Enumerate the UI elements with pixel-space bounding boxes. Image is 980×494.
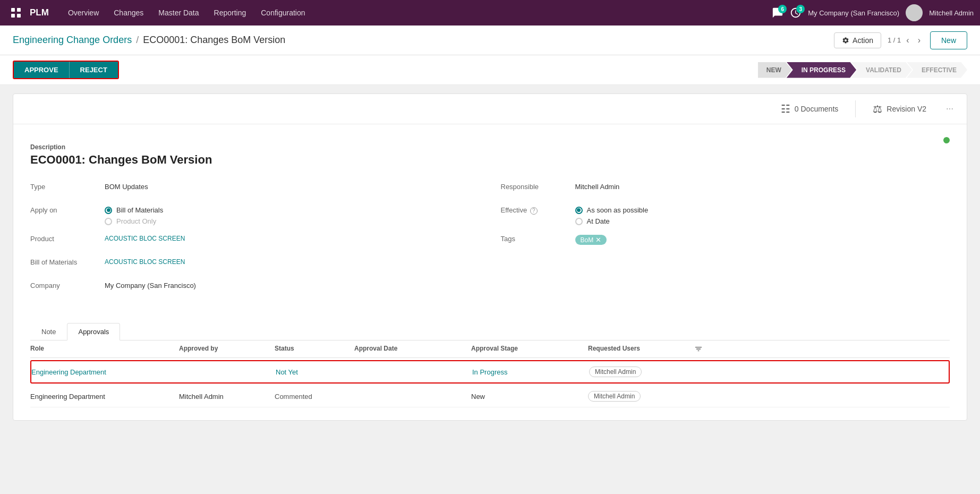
- table-row: Engineering Department Mitchell Admin Co…: [30, 386, 950, 407]
- responsible-label: Responsible: [501, 180, 575, 191]
- effective-row: Effective ? As soon as possible: [501, 203, 950, 225]
- radio-asap[interactable]: As soon as possible: [575, 206, 950, 214]
- stage-effective[interactable]: EFFECTIVE: [907, 62, 967, 78]
- company-label: Company: [30, 278, 105, 289]
- company-row: Company My Company (San Francisco): [30, 278, 480, 295]
- stage-in-progress[interactable]: IN PROGRESS: [787, 62, 856, 78]
- reject-button[interactable]: REJECT: [70, 62, 118, 78]
- approvals-table: Role Approved by Status Approval Date Ap…: [30, 340, 950, 407]
- radio-at-date-indicator: [575, 218, 583, 225]
- tag-remove-button[interactable]: ✕: [595, 236, 601, 244]
- activities-icon[interactable]: 3: [790, 7, 802, 19]
- col-approved-by: Approved by: [179, 345, 275, 353]
- user-name[interactable]: Mitchell Admin: [929, 9, 974, 17]
- svg-point-5: [909, 15, 919, 21]
- col-approval-date: Approval Date: [354, 345, 471, 353]
- tab-approvals[interactable]: Approvals: [67, 323, 120, 340]
- top-nav: PLM Overview Changes Master Data Reporti…: [0, 0, 980, 25]
- breadcrumb-separator: /: [136, 35, 139, 46]
- form-body: Description ECO0001: Changes BoM Version…: [13, 124, 967, 314]
- nav-configuration[interactable]: Configuration: [254, 5, 311, 20]
- radio-asap-indicator: [575, 207, 583, 214]
- tab-note[interactable]: Note: [30, 323, 67, 340]
- new-button[interactable]: New: [930, 31, 967, 49]
- approve-button[interactable]: APPROVE: [14, 62, 70, 78]
- type-value: BOM Updates: [105, 180, 480, 191]
- responsible-value: Mitchell Admin: [575, 180, 950, 191]
- effective-label: Effective ?: [501, 203, 575, 215]
- stage-validated[interactable]: VALIDATED: [851, 62, 912, 78]
- tags-row: Tags BoM ✕: [501, 232, 950, 249]
- card-top-bar: ☷ 0 Documents ⚖ Revision V2 ⋯: [13, 94, 967, 124]
- product-row: Product ACOUSTIC BLOC SCREEN: [30, 232, 480, 249]
- col-requested-users: Requested Users: [588, 345, 694, 353]
- user-avatar[interactable]: [906, 4, 923, 21]
- messages-icon[interactable]: 6: [772, 7, 783, 19]
- action-button[interactable]: Action: [834, 32, 881, 48]
- next-record-button[interactable]: ›: [915, 33, 924, 47]
- tags-value: BoM ✕: [575, 232, 950, 245]
- company-value: My Company (San Francisco): [105, 278, 480, 289]
- document-icon: ☷: [781, 103, 790, 115]
- bom-value[interactable]: ACOUSTIC BLOC SCREEN: [105, 255, 480, 266]
- documents-item[interactable]: ☷ 0 Documents: [781, 103, 838, 115]
- nav-changes[interactable]: Changes: [107, 5, 150, 20]
- row1-status: Not Yet: [276, 368, 355, 376]
- bom-tag: BoM ✕: [575, 235, 607, 245]
- row2-status: Commented: [275, 393, 354, 401]
- type-label: Type: [30, 180, 105, 191]
- effective-help-icon[interactable]: ?: [530, 207, 538, 215]
- bom-row: Bill of Materials ACOUSTIC BLOC SCREEN: [30, 255, 480, 272]
- svg-point-4: [911, 7, 917, 14]
- stage-new[interactable]: NEW: [758, 62, 792, 78]
- col-settings-icon[interactable]: [694, 345, 715, 353]
- nav-reporting[interactable]: Reporting: [208, 5, 253, 20]
- radio-product-only[interactable]: Product Only: [105, 217, 480, 225]
- status-indicator: [943, 137, 950, 143]
- revision-item[interactable]: ⚖ Revision V2: [873, 103, 926, 115]
- form-right-col: Responsible Mitchell Admin Effective ?: [501, 180, 950, 302]
- main-card: ☷ 0 Documents ⚖ Revision V2 ⋯ Descriptio…: [13, 93, 967, 421]
- record-navigation: 1 / 1 ‹ ›: [888, 33, 924, 47]
- product-value[interactable]: ACOUSTIC BLOC SCREEN: [105, 232, 480, 242]
- row2-role: Engineering Department: [30, 393, 179, 401]
- company-name[interactable]: My Company (San Francisco): [808, 9, 899, 17]
- breadcrumb: Engineering Change Orders / ECO0001: Cha…: [13, 35, 285, 46]
- product-label: Product: [30, 232, 105, 243]
- top-nav-links: Overview Changes Master Data Reporting C…: [62, 5, 772, 20]
- bar-separator: [855, 100, 856, 117]
- breadcrumb-current: ECO0001: Changes BoM Version: [143, 35, 285, 46]
- apps-menu-button[interactable]: [6, 3, 25, 22]
- apply-on-value: Bill of Materials Product Only: [105, 203, 480, 225]
- responsible-row: Responsible Mitchell Admin: [501, 180, 950, 197]
- radio-asap-label: As soon as possible: [587, 206, 649, 214]
- app-brand: PLM: [30, 7, 49, 18]
- tags-label: Tags: [501, 232, 575, 243]
- table-header: Role Approved by Status Approval Date Ap…: [30, 340, 950, 358]
- stage-pipeline: NEW IN PROGRESS VALIDATED EFFECTIVE: [758, 62, 967, 78]
- svg-rect-1: [17, 8, 21, 12]
- prev-record-button[interactable]: ‹: [903, 33, 912, 47]
- nav-overview[interactable]: Overview: [62, 5, 105, 20]
- type-row: Type BOM Updates: [30, 180, 480, 197]
- documents-label: 0 Documents: [795, 105, 838, 113]
- more-options-icon[interactable]: ⋯: [943, 105, 956, 113]
- col-approval-stage: Approval Stage: [471, 345, 588, 353]
- action-buttons-group: APPROVE REJECT: [13, 61, 119, 79]
- main-content: ☷ 0 Documents ⚖ Revision V2 ⋯ Descriptio…: [0, 93, 980, 433]
- svg-rect-0: [11, 8, 15, 12]
- radio-bill-of-materials[interactable]: Bill of Materials: [105, 206, 480, 214]
- radio-at-date[interactable]: At Date: [575, 217, 950, 225]
- nav-master-data[interactable]: Master Data: [152, 5, 205, 20]
- radio-product-label: Product Only: [116, 217, 156, 225]
- radio-product-indicator: [105, 218, 112, 225]
- effective-value: As soon as possible At Date: [575, 203, 950, 225]
- effective-radio-group: As soon as possible At Date: [575, 206, 950, 225]
- radio-bom-label: Bill of Materials: [116, 206, 163, 214]
- breadcrumb-parent[interactable]: Engineering Change Orders: [13, 35, 132, 46]
- row1-role[interactable]: Engineering Department: [31, 368, 180, 376]
- tag-label: BoM: [581, 236, 594, 244]
- header-actions: Action 1 / 1 ‹ › New: [834, 31, 967, 49]
- col-status: Status: [275, 345, 354, 353]
- form-grid: Type BOM Updates Apply on Bill of Materi…: [30, 180, 950, 302]
